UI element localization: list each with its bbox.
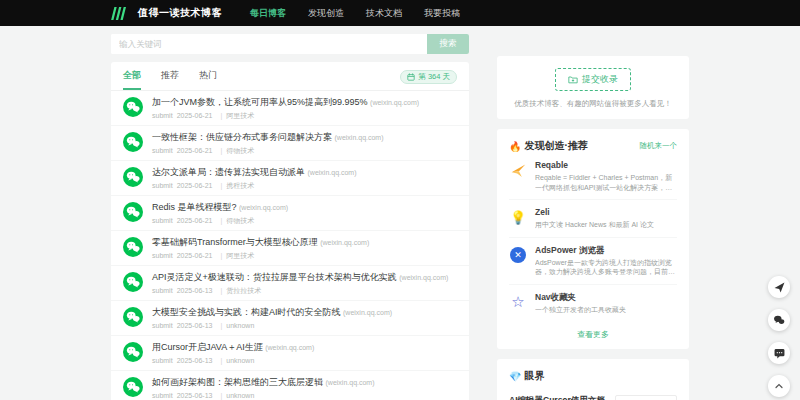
site-logo-icon[interactable] [111,7,128,20]
random-pick-link[interactable]: 随机来一个 [640,141,678,151]
back-to-top-button[interactable] [768,375,790,397]
horizon-card: 💎 眼界 AI编辑器Cursor使用文档 Cursor (docs.cursor… [497,359,689,400]
wechat-icon [773,314,785,326]
article-submitter: submit [152,357,173,364]
article-row[interactable]: 如何画好架构图：架构思维的三大底层逻辑 (weixin.qq.com) subm… [111,371,469,400]
discover-item-desc: AdsPower是一款专为跨境人打造的指纹浏览器，致力解决跨境人多账号登录问题，… [535,258,677,277]
search-bar: 搜索 [111,34,469,54]
discover-item-nav[interactable]: ☆ Nav收藏夹 一个独立开发者的工具收藏夹 [509,285,677,322]
article-source: 阿里技术 [226,252,254,259]
gem-icon: 💎 [509,371,521,382]
nav-item-每日博客[interactable]: 每日博客 [250,7,286,20]
article-source: unknown [226,392,254,399]
article-domain: (weixin.qq.com) [265,344,314,351]
article-row[interactable]: 用Cursor开启JAVA＋AI生涯 (weixin.qq.com) submi… [111,336,469,371]
article-source: 得物技术 [226,217,254,224]
article-row[interactable]: 零基础解码Transformer与大模型核心原理 (weixin.qq.com)… [111,231,469,266]
navbar: 值得一读技术博客 每日博客发现创造技术文档我要投稿 [0,0,800,26]
article-domain: (weixin.qq.com) [370,99,419,106]
article-row[interactable]: 达尔文派单局：遗传算法实现自动派单 (weixin.qq.com) submit… [111,161,469,196]
discover-card: 🔥 发现创造·推荐 随机来一个 Reqable Reqable = Fiddle… [497,129,689,349]
article-list-card: 全部推荐热门 第 364 天 [111,62,469,400]
main-column: 搜索 全部推荐热门 第 364 天 [111,34,469,400]
article-thumbnail [615,395,677,400]
discover-item-name: Reqable [535,160,677,171]
article-domain: (weixin.qq.com) [320,239,369,246]
submit-entry-button[interactable]: 提交收录 [555,68,631,91]
nav-item-技术文档[interactable]: 技术文档 [366,7,402,20]
article-domain: (weixin.qq.com) [239,204,288,211]
wechat-source-icon [123,132,143,152]
article-meta: submit2025-06-13|货拉拉技术 [152,286,448,296]
wechat-source-icon [123,342,143,362]
article-title: Redis 是单线程模型? (weixin.qq.com) [152,201,288,214]
article-domain: (weixin.qq.com) [399,274,448,281]
article-submitter: submit [152,147,173,154]
submit-card: 提交收录 优质技术博客、有趣的网站值得被更多人看见！ [497,56,689,119]
article-title: 一致性框架：供应链分布式事务问题解决方案 (weixin.qq.com) [152,131,384,144]
adspower-icon: ✕ [509,246,527,264]
article-row[interactable]: 加一个JVM参数，让系统可用率从95%提高到99.995% (weixin.qq… [111,91,469,126]
discover-item-name: AdsPower 浏览器 [535,245,677,256]
article-source: 携程技术 [226,182,254,189]
nav-item-我要投稿[interactable]: 我要投稿 [424,7,460,20]
search-button[interactable]: 搜索 [427,34,469,54]
article-row[interactable]: 一致性框架：供应链分布式事务问题解决方案 (weixin.qq.com) sub… [111,126,469,161]
article-submitter: submit [152,252,173,259]
article-date: 2025-06-21 [177,147,213,154]
floating-action-buttons [768,276,790,397]
wechat-source-icon [123,377,143,397]
feedback-comment-button[interactable] [768,342,790,364]
tab-全部[interactable]: 全部 [123,69,141,90]
horizon-article-title: AI编辑器Cursor使用文档 [509,395,607,400]
tab-推荐[interactable]: 推荐 [161,69,179,90]
day-badge-text: 第 364 天 [418,72,450,82]
article-date: 2025-06-21 [177,182,213,189]
tabs: 全部推荐热门 [123,69,217,90]
article-meta: submit2025-06-13|unknown [152,356,314,366]
article-date: 2025-06-21 [177,252,213,259]
wechat-source-icon [123,97,143,117]
article-date: 2025-06-13 [177,357,213,364]
discover-item-zeli[interactable]: 💡 Zeli 用中文读 Hacker News 和最新 AI 论文 [509,200,677,238]
article-domain: (weixin.qq.com) [326,379,375,386]
wechat-source-icon [123,237,143,257]
article-submitter: submit [152,322,173,329]
discover-item-desc: Reqable = Fiddler + Charles + Postman，新一… [535,173,677,192]
article-title: 大模型安全挑战与实践：构建AI时代的安全防线 (weixin.qq.com) [152,306,392,319]
article-submitter: submit [152,287,173,294]
article-date: 2025-06-21 [177,112,213,119]
article-date: 2025-06-13 [177,392,213,399]
article-row[interactable]: API灵活定义+极速联动：货拉拉屏显平台技术架构与优化实践 (weixin.qq… [111,266,469,301]
article-domain: (weixin.qq.com) [308,169,357,176]
wechat-source-icon [123,307,143,327]
article-domain: (weixin.qq.com) [335,134,384,141]
tab-热门[interactable]: 热门 [199,69,217,90]
article-meta: submit2025-06-21|阿里技术 [152,251,369,261]
article-meta: submit2025-06-21|得物技术 [152,146,384,156]
discover-item-adspower[interactable]: ✕ AdsPower 浏览器 AdsPower是一款专为跨境人打造的指纹浏览器，… [509,238,677,285]
article-title: 零基础解码Transformer与大模型核心原理 (weixin.qq.com) [152,236,369,249]
day-badge: 第 364 天 [400,70,457,84]
search-input[interactable] [111,34,427,54]
article-meta: submit2025-06-21|携程技术 [152,181,357,191]
article-meta: submit2025-06-21|阿里技术 [152,111,419,121]
site-title[interactable]: 值得一读技术博客 [138,6,222,20]
article-row[interactable]: 大模型安全挑战与实践：构建AI时代的安全防线 (weixin.qq.com) s… [111,301,469,336]
nav-item-发现创造[interactable]: 发现创造 [308,7,344,20]
article-domain: (weixin.qq.com) [343,309,392,316]
article-submitter: submit [152,182,173,189]
nav-menu: 每日博客发现创造技术文档我要投稿 [250,7,460,20]
article-date: 2025-06-13 [177,287,213,294]
sidebar: 提交收录 优质技术博客、有趣的网站值得被更多人看见！ 🔥 发现创造·推荐 随机来… [497,34,689,400]
horizon-article[interactable]: AI编辑器Cursor使用文档 Cursor (docs.cursor.com) [509,395,677,400]
view-more-link[interactable]: 查看更多 [509,321,677,349]
discover-item-desc: 一个独立开发者的工具收藏夹 [535,305,626,315]
share-paper-plane-button[interactable] [768,276,790,298]
discover-item-reqable[interactable]: Reqable Reqable = Fiddler + Charles + Po… [509,153,677,200]
article-source: unknown [226,322,254,329]
article-title: 用Cursor开启JAVA＋AI生涯 (weixin.qq.com) [152,341,314,354]
discover-item-name: Nav收藏夹 [535,292,626,303]
wechat-contact-button[interactable] [768,309,790,331]
article-row[interactable]: Redis 是单线程模型? (weixin.qq.com) submit2025… [111,196,469,231]
